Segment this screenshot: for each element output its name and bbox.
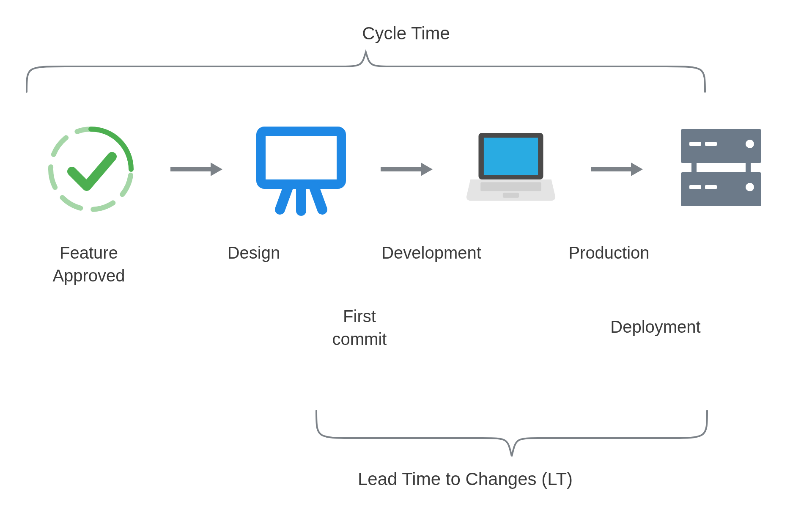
stage-design xyxy=(242,123,360,216)
svg-point-0 xyxy=(47,125,135,214)
svg-rect-16 xyxy=(689,185,701,189)
svg-rect-13 xyxy=(691,163,697,172)
svg-rect-17 xyxy=(705,185,717,189)
label-first-commit: First commit xyxy=(317,305,402,350)
checkmark-circle-icon xyxy=(44,123,137,216)
label-feature-approved: Feature Approved xyxy=(34,241,144,287)
svg-point-12 xyxy=(746,140,754,148)
svg-point-18 xyxy=(746,183,754,191)
arrow-icon xyxy=(168,161,223,178)
cycle-time-title: Cycle Time xyxy=(362,22,450,45)
whiteboard-icon xyxy=(255,123,348,216)
arrow-icon xyxy=(589,161,644,178)
svg-rect-5 xyxy=(484,138,538,175)
stage-production xyxy=(662,123,780,216)
label-design: Design xyxy=(211,241,296,264)
svg-rect-14 xyxy=(746,163,751,172)
cycle-time-diagram: Cycle Time xyxy=(0,0,812,513)
stage-feature-approved xyxy=(32,123,150,216)
svg-rect-10 xyxy=(689,142,701,146)
svg-rect-11 xyxy=(705,142,717,146)
svg-rect-6 xyxy=(481,182,541,191)
label-deployment: Deployment xyxy=(592,315,719,338)
server-icon xyxy=(675,123,768,216)
label-production: Production xyxy=(554,241,664,264)
lead-time-title: Lead Time to Changes (LT) xyxy=(358,468,573,491)
laptop-icon xyxy=(464,123,557,216)
label-development: Development xyxy=(368,241,495,264)
stage-row xyxy=(32,123,780,216)
svg-rect-7 xyxy=(503,193,519,197)
svg-rect-2 xyxy=(261,131,341,184)
arrow-icon xyxy=(379,161,433,178)
stage-development xyxy=(452,123,570,216)
brace-bottom-icon xyxy=(313,406,710,459)
brace-top-icon xyxy=(23,49,708,95)
